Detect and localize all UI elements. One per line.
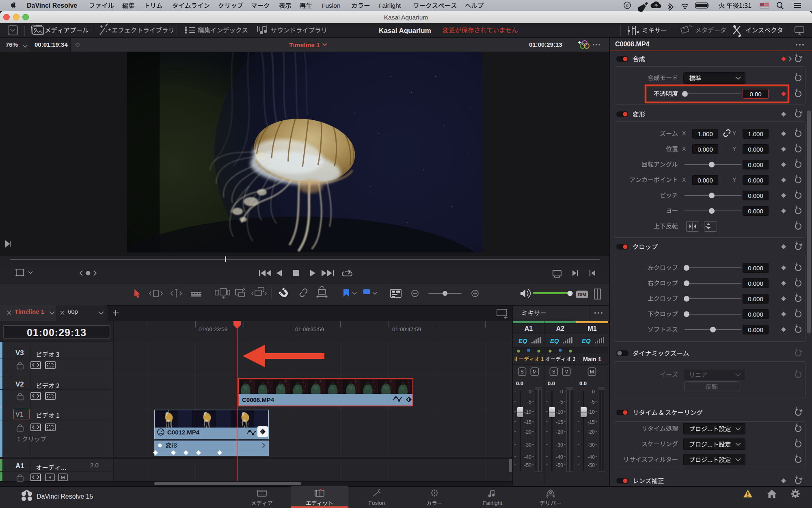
svg-text:M: M — [590, 369, 594, 375]
svg-text:S: S — [48, 475, 51, 480]
svg-text:S: S — [520, 369, 524, 375]
svg-text:M: M — [564, 369, 568, 375]
svg-text:M: M — [61, 475, 65, 480]
svg-text:M: M — [533, 369, 537, 375]
svg-text:S: S — [552, 369, 555, 375]
svg-text:d: d — [626, 3, 628, 8]
